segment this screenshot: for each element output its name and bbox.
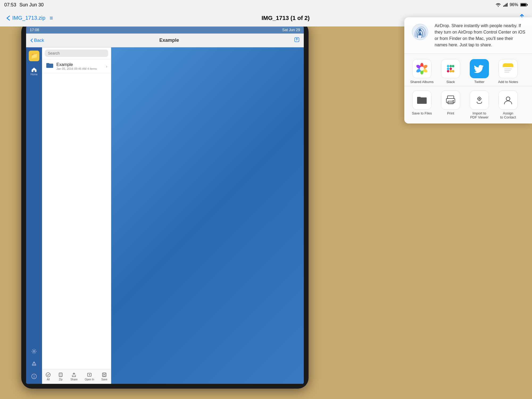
nav-back-label[interactable]: IMG_1713.zip xyxy=(12,15,45,21)
twitter-label: Twitter xyxy=(474,80,484,84)
back-chevron-icon[interactable] xyxy=(6,15,10,21)
toolbar-save-button[interactable]: Save xyxy=(101,372,107,381)
status-left: 07:53 Sun Jun 30 xyxy=(4,2,44,8)
action-assign-contact[interactable]: Assignto Contact xyxy=(495,91,521,119)
svg-rect-43 xyxy=(503,65,513,67)
ipad-back-button[interactable]: Back xyxy=(30,38,44,43)
sidebar-settings-icon[interactable] xyxy=(31,348,37,356)
file-item-example[interactable]: Example Jan 05, 2016 09:46 AM 4 items › xyxy=(42,59,111,73)
svg-rect-35 xyxy=(450,65,452,67)
airdrop-description: AirDrop. Share instantly with people nea… xyxy=(435,23,526,48)
svg-point-32 xyxy=(420,67,424,71)
toolbar-all-label: All xyxy=(47,378,50,381)
twitter-icon-box xyxy=(470,59,489,78)
ipad-back-label: Back xyxy=(34,38,44,43)
action-save-to-files[interactable]: Save to Files xyxy=(409,91,435,119)
svg-rect-33 xyxy=(447,65,449,67)
toolbar-all-button[interactable]: All xyxy=(45,372,51,381)
svg-point-10 xyxy=(33,351,35,352)
import-pdf-icon-box xyxy=(470,91,489,110)
svg-rect-16 xyxy=(59,373,62,377)
nav-left: IMG_1713.zip ≡ xyxy=(6,15,53,22)
sidebar-app-icon[interactable]: 📁 xyxy=(29,51,39,61)
ipad-share-icon[interactable] xyxy=(294,37,300,44)
toolbar-zip-label: Zip xyxy=(59,378,63,381)
status-right: 96% xyxy=(495,2,528,7)
notes-icon-box xyxy=(498,59,518,78)
action-import-pdf[interactable]: Import toPDF Viewer xyxy=(466,91,493,119)
file-toolbar: All Zip xyxy=(42,369,111,384)
svg-rect-37 xyxy=(450,70,452,72)
svg-rect-0 xyxy=(503,6,504,7)
ipad-date: Sat Jun 29 xyxy=(282,28,300,32)
svg-point-14 xyxy=(34,375,34,376)
svg-rect-22 xyxy=(103,375,105,376)
slack-label: Slack xyxy=(446,80,455,84)
toolbar-share-button[interactable]: Share xyxy=(70,372,78,381)
sidebar-info-icon[interactable] xyxy=(31,373,37,381)
nav-title: IMG_1713 (1 of 2) xyxy=(261,15,310,22)
status-date: Sun Jun 30 xyxy=(19,2,44,8)
shared-albums-label: Shared Albums xyxy=(410,80,434,84)
svg-rect-1 xyxy=(504,5,505,7)
nav-list-icon[interactable]: ≡ xyxy=(50,15,53,22)
svg-rect-40 xyxy=(447,70,449,72)
airdrop-section: AirDrop. Share instantly with people nea… xyxy=(404,17,532,54)
toolbar-share-label: Share xyxy=(70,378,78,381)
svg-point-15 xyxy=(46,373,50,377)
svg-rect-5 xyxy=(527,4,528,6)
battery-icon xyxy=(520,3,528,7)
add-to-notes-label: Add to Notes xyxy=(498,80,518,84)
file-item-info: Example Jan 05, 2016 09:46 AM 4 items xyxy=(56,62,103,70)
ipad-time: 17:08 xyxy=(30,28,39,32)
folder-icon xyxy=(46,62,54,70)
action-print[interactable]: Print xyxy=(437,91,464,119)
app-icons-row: Shared Albums Slack xyxy=(404,54,532,86)
signal-icon xyxy=(503,3,508,7)
toolbar-openin-button[interactable]: Open In xyxy=(85,372,94,381)
ipad-device: 17:08 Sat Jun 29 Back Example xyxy=(21,21,309,389)
svg-point-50 xyxy=(453,100,454,101)
ipad-app-header: Back Example xyxy=(26,34,304,47)
share-sheet: AirDrop. Share instantly with people nea… xyxy=(404,17,532,124)
save-to-files-icon-box xyxy=(412,91,431,110)
airdrop-title: AirDrop. Share instantly with people nea… xyxy=(435,23,525,47)
app-icon-twitter[interactable]: Twitter xyxy=(466,59,493,84)
status-time: 07:53 xyxy=(4,2,16,8)
search-input[interactable] xyxy=(45,50,108,57)
sidebar-home-label: Home xyxy=(31,73,38,76)
svg-rect-38 xyxy=(452,70,454,72)
svg-rect-3 xyxy=(507,3,508,7)
assign-contact-icon-box xyxy=(498,91,518,110)
toolbar-zip-button[interactable]: Zip xyxy=(58,372,63,381)
file-item-meta: Jan 05, 2016 09:46 AM 4 items xyxy=(56,67,103,70)
app-icon-slack[interactable]: Slack xyxy=(437,59,464,84)
photos-icon-box xyxy=(412,59,431,78)
assign-contact-label: Assignto Contact xyxy=(500,111,516,119)
airdrop-icon xyxy=(411,23,429,41)
ipad-status-bar: 17:08 Sat Jun 29 xyxy=(26,26,304,34)
file-search-bar xyxy=(42,47,111,59)
svg-rect-11 xyxy=(32,364,36,365)
import-pdf-label: Import toPDF Viewer xyxy=(470,111,488,119)
ipad-main-content xyxy=(111,47,304,384)
app-icon-add-to-notes[interactable]: Add to Notes xyxy=(495,59,521,84)
slack-icon-box xyxy=(441,59,460,78)
svg-rect-36 xyxy=(452,65,454,67)
svg-rect-2 xyxy=(506,4,506,7)
print-icon-box xyxy=(441,91,460,110)
svg-rect-34 xyxy=(447,68,449,70)
sidebar-feedback-icon[interactable] xyxy=(31,361,37,368)
ipad-screen: 17:08 Sat Jun 29 Back Example xyxy=(26,26,304,384)
status-bar: 07:53 Sun Jun 30 96% xyxy=(0,0,532,10)
toolbar-openin-label: Open In xyxy=(85,378,94,381)
ipad-content: 📁 Home xyxy=(26,47,304,384)
sidebar-home-button[interactable]: Home xyxy=(31,67,38,76)
app-icon-shared-albums[interactable]: Shared Albums xyxy=(409,59,435,84)
file-item-name: Example xyxy=(56,62,103,67)
print-label: Print xyxy=(447,111,454,115)
ipad-file-panel: Example Jan 05, 2016 09:46 AM 4 items › … xyxy=(42,47,111,384)
wifi-icon xyxy=(495,3,501,7)
ipad-sidebar: 📁 Home xyxy=(26,47,42,384)
save-to-files-label: Save to Files xyxy=(412,111,432,115)
